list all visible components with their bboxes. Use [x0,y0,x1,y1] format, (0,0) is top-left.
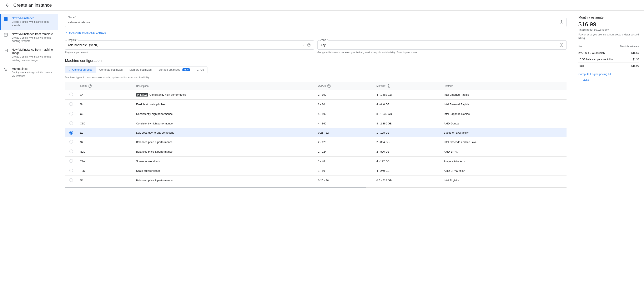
estimate-row: 10 GB balanced persistent disk$1.30 [578,56,639,63]
series-desc-N1: Balanced price & performance [134,175,315,185]
sidebar-item-marketplace[interactable]: Marketplace Deploy a ready-to-go solutio… [0,65,58,81]
table-row[interactable]: T2DScale-out workloads1 - 604 - 240 GBAM… [65,166,566,175]
compute-engine-pricing-link[interactable]: Compute Engine pricing [578,73,639,76]
sidebar-item-desc-marketplace: Deploy a ready-to-go solution onto a VM … [12,71,55,78]
tab-compute-optimized-label: Compute optimized [99,68,123,71]
memory-help-icon[interactable]: ? [387,84,390,88]
radio-T2A[interactable] [69,159,73,163]
svg-point-5 [6,50,6,51]
sidebar-item-new-vm-machine-image[interactable]: New VM instance from machine image Creat… [0,46,58,65]
estimate-row-cost: $15.69 [618,50,639,56]
name-help-icon[interactable]: ? [560,21,564,24]
name-input[interactable] [68,21,558,24]
radio-C3D[interactable] [69,121,73,125]
main-content: Name * ? MANAGE TAGS AND LABELS [58,11,573,306]
back-button[interactable] [5,3,10,8]
table-scrollbar[interactable] [65,187,566,188]
table-row[interactable]: N4Flexible & cost-optimized2 - 804 - 640… [65,99,566,109]
radio-C4[interactable] [69,93,73,96]
tab-storage-optimized[interactable]: Storage optimized NEW [155,67,193,73]
tab-general-purpose-label: General purpose [72,68,92,71]
estimate-row: 2 vCPU + 2 GB memory$15.69 [578,50,639,56]
estimate-hourly: That's about $0.02 hourly [578,28,639,31]
sidebar-item-title-marketplace: Marketplace [12,67,55,71]
table-row[interactable]: N2Balanced price & performance2 - 1282 -… [65,137,566,147]
radio-E2[interactable] [69,131,73,135]
tab-general-purpose[interactable]: ✓ General purpose [65,67,96,73]
sidebar-item-desc-template: Create a single VM instance from an exis… [12,36,55,43]
series-vcpus-C3: 4 - 192 [316,109,374,119]
tab-gpus[interactable]: GPUs [193,67,207,73]
table-row[interactable]: C4PREVIEWConsistently high performance2 … [65,90,566,99]
manage-tags-link[interactable]: MANAGE TAGS AND LABELS [65,31,566,34]
svg-point-6 [5,70,6,71]
series-platform-C3D: AMD Genoa [441,119,566,128]
radio-N2D[interactable] [69,149,73,153]
sidebar-item-desc-machine-image: Create a single VM instance from an exis… [12,55,55,62]
radio-T2D[interactable] [69,169,73,172]
less-link[interactable]: LESS [578,78,639,82]
tab-compute-optimized[interactable]: Compute optimized [96,67,126,73]
estimate-total-label: Total [578,63,618,69]
series-vcpus-N2D: 2 - 224 [316,147,374,156]
series-memory-N1: 0.6 - 624 GB [374,175,441,185]
table-row[interactable]: N2DBalanced price & performance2 - 2242 … [65,147,566,156]
zone-select[interactable]: Any [320,43,552,47]
radio-N4[interactable] [69,102,73,106]
region-label: Region * [67,39,78,42]
series-desc-T2A: Scale-out workloads [134,156,315,166]
tab-storage-optimized-label: Storage optimized [158,68,180,71]
zone-help-icon[interactable]: ? [560,43,564,47]
tab-memory-optimized-label: Memory optimized [130,68,152,71]
series-desc-N2D: Balanced price & performance [134,147,315,156]
series-label-N4: N4 [78,99,134,109]
estimate-price: $16.99 [578,21,639,28]
series-label-C4: C4 [78,90,134,99]
series-desc-C4: PREVIEWConsistently high performance [134,90,315,99]
series-platform-N1: Intel Skylake [441,175,566,185]
series-memory-N2D: 2 - 896 GB [374,147,441,156]
name-field-group: Name * ? [65,18,566,27]
table-header-vcpus: vCPUs ? [316,82,374,90]
series-desc-C3D: Consistently high performance [134,119,315,128]
sidebar-item-new-vm-template[interactable]: New VM instance from template Create a s… [0,30,58,46]
table-row[interactable]: T2AScale-out workloads1 - 484 - 192 GBAm… [65,156,566,166]
series-vcpus-T2A: 1 - 48 [316,156,374,166]
region-help-icon[interactable]: ? [307,43,311,47]
region-zone-row: Region * asia-northeast3 (Seoul) ? Regio… [65,38,566,54]
series-desc-C3: Consistently high performance [134,109,315,119]
tab-memory-optimized[interactable]: Memory optimized [126,67,155,73]
series-platform-E2: Based on availability [441,128,566,137]
estimate-row-cost: $1.30 [618,56,639,63]
series-label-E2: E2 [78,128,134,137]
series-memory-C4: 4 - 1,488 GB [374,90,441,99]
radio-N2[interactable] [69,140,73,144]
sidebar: New VM instance Create a single VM insta… [0,11,58,306]
zone-select-wrapper: Any ? [318,41,566,50]
series-vcpus-C3D: 4 - 360 [316,119,374,128]
table-row[interactable]: N1Balanced price & performance0.25 - 960… [65,175,566,185]
series-platform-C3: Intel Sapphire Rapids [441,109,566,119]
radio-N1[interactable] [69,178,73,182]
estimate-col-cost: Monthly estimate [618,43,639,50]
series-vcpus-N1: 0.25 - 96 [316,175,374,185]
table-row[interactable]: C3DConsistently high performance4 - 3608… [65,119,566,128]
region-select[interactable]: asia-northeast3 (Seoul) [68,43,300,47]
estimate-title: Monthly estimate [578,16,639,19]
series-vcpus-T2D: 1 - 60 [316,166,374,175]
series-label-N1: N1 [78,175,134,185]
sidebar-item-new-vm[interactable]: New VM instance Create a single VM insta… [0,14,58,30]
estimate-table: Item Monthly estimate 2 vCPU + 2 GB memo… [578,43,639,69]
tab-description: Machine types for common workloads, opti… [65,76,566,79]
series-label-N2D: N2D [78,147,134,156]
series-desc-N2: Balanced price & performance [134,137,315,147]
table-row[interactable]: C3Consistently high performance4 - 1928 … [65,109,566,119]
plus-square-icon [3,17,8,22]
region-hint: Region is permanent [65,51,314,54]
table-row[interactable]: E2Low cost, day-to-day computing0.25 - 3… [65,128,566,137]
vcpus-help-icon[interactable]: ? [327,84,330,88]
radio-C3[interactable] [69,112,73,116]
tab-gpus-label: GPUs [196,68,204,71]
machine-config-tabs: ✓ General purpose Compute optimized Memo… [65,66,208,73]
series-help-icon[interactable]: ? [88,84,92,88]
